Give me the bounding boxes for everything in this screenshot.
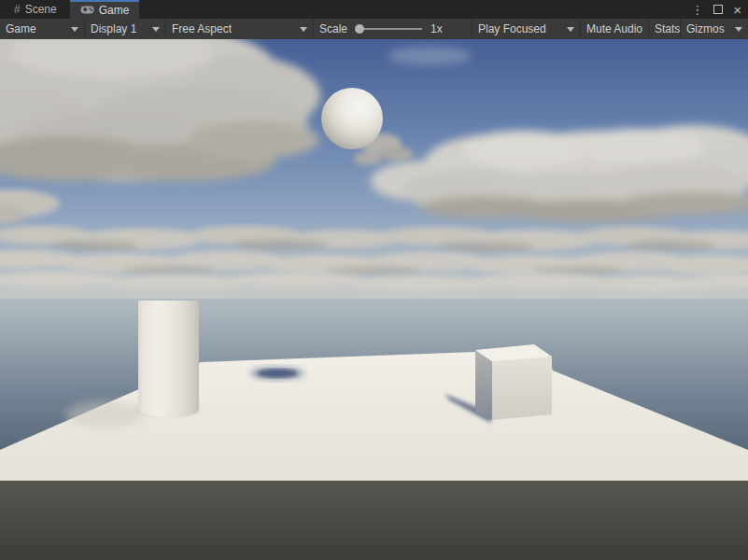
more-icon[interactable]: ⋮ (691, 4, 703, 16)
chevron-down-icon (71, 27, 78, 32)
scale-slider-knob[interactable] (355, 24, 364, 34)
rendered-scene (0, 39, 748, 560)
cloud-top-left (0, 39, 320, 182)
tab-scene[interactable]: # Scene (4, 0, 67, 19)
scale-value: 1x (430, 22, 443, 35)
stats-label: Stats (655, 22, 680, 35)
gamepad-icon (80, 5, 94, 16)
cube-left-face (475, 350, 492, 420)
game-popup-label: Game (6, 22, 36, 35)
platform-front-face (0, 481, 748, 560)
cylinder-cast-shadow (65, 401, 144, 427)
scale-label: Scale (319, 22, 347, 35)
tab-game-label: Game (99, 4, 130, 17)
grid-icon: # (14, 4, 21, 15)
cloud-wisp (388, 47, 472, 65)
cube (475, 344, 552, 420)
aspect-ratio-dropdown[interactable]: Free Aspect (166, 19, 314, 39)
play-focused-dropdown[interactable]: Play Focused (473, 19, 581, 39)
tab-game[interactable]: Game (70, 0, 140, 19)
chevron-down-icon (152, 27, 160, 32)
cylinder (138, 301, 199, 418)
mute-audio-label: Mute Audio (586, 22, 642, 35)
display-label: Display 1 (91, 22, 136, 35)
scale-slider-track[interactable] (357, 28, 422, 30)
gizmos-label: Gizmos (686, 22, 725, 35)
game-view-toolbar: Game Display 1 Free Aspect Scale 1x Play… (0, 19, 748, 39)
gizmos-dropdown[interactable]: Gizmos (681, 19, 748, 39)
aspect-label: Free Aspect (172, 22, 232, 35)
maximize-icon[interactable] (713, 5, 723, 14)
display-dropdown[interactable]: Display 1 (85, 19, 166, 39)
stats-button[interactable]: Stats (649, 19, 681, 39)
chevron-down-icon (300, 27, 307, 32)
window-controls: ⋮ × (691, 0, 741, 19)
mute-audio-button[interactable]: Mute Audio (581, 19, 649, 39)
sphere (321, 88, 383, 149)
tab-scene-label: Scene (25, 3, 57, 16)
chevron-down-icon (735, 27, 742, 32)
scale-slider-group: Scale 1x (314, 19, 473, 39)
close-icon[interactable]: × (733, 3, 741, 17)
play-focused-label: Play Focused (478, 22, 546, 35)
tab-bar: # Scene Game ⋮ × (0, 0, 748, 19)
chevron-down-icon (567, 27, 574, 32)
sphere-shadow (257, 369, 298, 378)
game-viewport[interactable] (0, 39, 748, 560)
cube-front-face (492, 357, 552, 420)
game-display-mode-dropdown[interactable]: Game (0, 19, 85, 39)
